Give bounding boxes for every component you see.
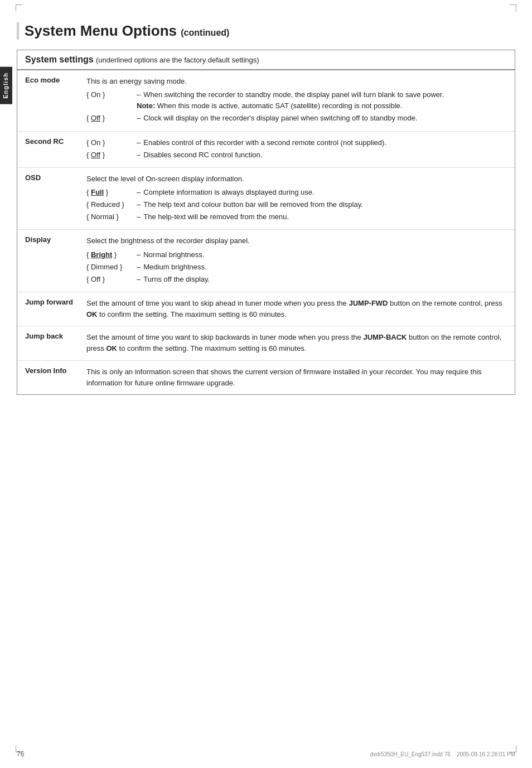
- row-label-version-info: Version Info: [25, 366, 86, 375]
- display-key-off: { Off }: [86, 274, 137, 285]
- display-desc-bright: –Normal brightness.: [137, 249, 507, 260]
- row-content-osd: Select the level of On-screen display in…: [86, 173, 507, 224]
- second-rc-key-on: { On }: [86, 137, 137, 148]
- row-label-jump-back: Jump back: [25, 332, 86, 340]
- row-content-display: Select the brightness of the recorder di…: [86, 235, 507, 286]
- row-content-jump-forward: Set the amount of time you want to skip …: [86, 298, 507, 320]
- osd-desc-normal: –The help-text will be removed from the …: [137, 211, 507, 223]
- eco-mode-option-on: { On } –When switching the recorder to s…: [86, 89, 507, 112]
- corner-mark-top-right: [510, 4, 516, 11]
- settings-box: System settings (underlined options are …: [17, 50, 515, 395]
- settings-header: System settings (underlined options are …: [17, 50, 515, 70]
- second-rc-desc-on: –Enables control of this recorder with a…: [137, 137, 507, 148]
- second-rc-desc-off: –Disables second RC control function.: [137, 149, 507, 161]
- settings-header-note: (underlined options are the factory defa…: [96, 56, 259, 64]
- display-option-dimmed: { Dimmed } –Medium brightness.: [86, 262, 507, 273]
- row-content-second-rc: { On } –Enables control of this recorder…: [86, 137, 507, 162]
- row-label-display: Display: [25, 235, 86, 244]
- display-desc-dimmed: –Medium brightness.: [137, 262, 507, 273]
- osd-intro: Select the level of On-screen display in…: [86, 173, 507, 185]
- eco-mode-desc-on: –When switching the recorder to standby …: [137, 89, 507, 112]
- row-label-jump-forward: Jump forward: [25, 298, 86, 306]
- display-intro: Select the brightness of the recorder di…: [86, 235, 507, 247]
- row-content-eco-mode: This is an energy saving mode. { On } –W…: [86, 76, 507, 125]
- row-content-version-info: This is only an information screen that …: [86, 366, 507, 389]
- display-option-off: { Off } –Turns off the display.: [86, 274, 507, 285]
- page-title: System Menu Options (continued): [17, 22, 515, 40]
- settings-row-jump-back: Jump back Set the amount of time you wan…: [17, 326, 515, 360]
- settings-row-version-info: Version Info This is only an information…: [17, 361, 515, 394]
- settings-row-osd: OSD Select the level of On-screen displa…: [17, 168, 515, 230]
- page-footer: 76 dvdr5350H_EU_Eng537.indd 76 2005-09-1…: [17, 750, 515, 758]
- eco-mode-desc-off: –Clock will display on the recorder's di…: [137, 113, 507, 124]
- osd-option-reduced: { Reduced } –The help text and colour bu…: [86, 199, 507, 210]
- page-title-text: System Menu Options: [25, 22, 177, 39]
- settings-row-eco-mode: Eco mode This is an energy saving mode. …: [17, 70, 515, 132]
- osd-option-normal: { Normal } –The help-text will be remove…: [86, 211, 507, 223]
- corner-mark-top-left: [16, 4, 22, 11]
- page-number: 76: [17, 750, 24, 758]
- osd-desc-reduced: –The help text and colour button bar wil…: [137, 199, 507, 210]
- settings-header-title: System settings: [25, 55, 94, 64]
- display-desc-off: –Turns off the display.: [137, 274, 507, 285]
- eco-mode-key-on: { On }: [86, 89, 137, 112]
- display-option-bright: { Bright } –Normal brightness.: [86, 249, 507, 260]
- osd-key-reduced: { Reduced }: [86, 199, 137, 210]
- page-wrapper: English System Menu Options (continued) …: [0, 0, 532, 768]
- display-key-bright: { Bright }: [86, 249, 137, 260]
- eco-mode-key-off: { Off }: [86, 113, 137, 124]
- eco-mode-option-off: { Off } –Clock will display on the recor…: [86, 113, 507, 124]
- osd-key-full: { Full }: [86, 187, 137, 198]
- eco-mode-intro: This is an energy saving mode.: [86, 76, 507, 87]
- settings-row-jump-forward: Jump forward Set the amount of time you …: [17, 292, 515, 326]
- side-tab-label: English: [2, 73, 9, 99]
- content-area: System Menu Options (continued) System s…: [17, 17, 515, 395]
- display-key-dimmed: { Dimmed }: [86, 262, 137, 273]
- second-rc-key-off: { Off }: [86, 149, 137, 161]
- osd-desc-full: –Complete information is always displaye…: [137, 187, 507, 198]
- second-rc-option-off: { Off } –Disables second RC control func…: [86, 149, 507, 161]
- side-tab-english: English: [0, 67, 12, 104]
- settings-row-second-rc: Second RC { On } –Enables control of thi…: [17, 132, 515, 168]
- second-rc-option-on: { On } –Enables control of this recorder…: [86, 137, 507, 148]
- file-info: dvdr5350H_EU_Eng537.indd 76 2005-09-16 2…: [370, 751, 515, 757]
- row-content-jump-back: Set the amount of time you want to skip …: [86, 332, 507, 354]
- page-title-continued: (continued): [181, 28, 229, 37]
- settings-row-display: Display Select the brightness of the rec…: [17, 230, 515, 292]
- row-label-osd: OSD: [25, 173, 86, 182]
- osd-key-normal: { Normal }: [86, 211, 137, 223]
- row-label-second-rc: Second RC: [25, 137, 86, 146]
- osd-option-full: { Full } –Complete information is always…: [86, 187, 507, 198]
- row-label-eco-mode: Eco mode: [25, 76, 86, 84]
